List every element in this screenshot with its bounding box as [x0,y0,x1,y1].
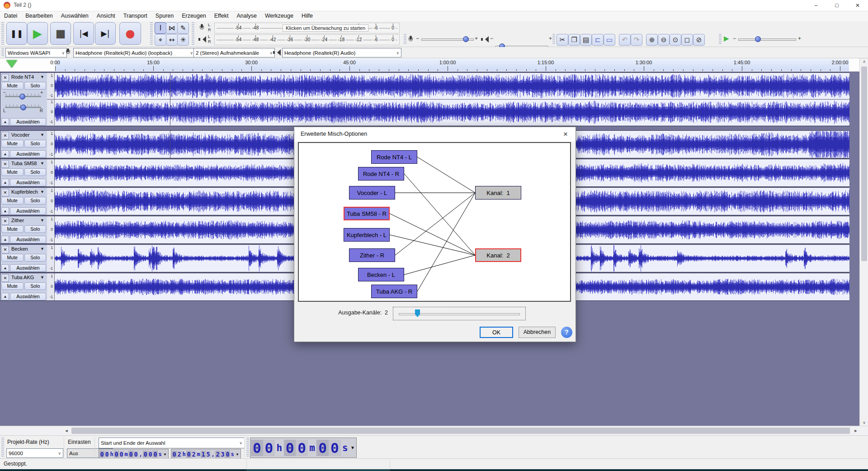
time-digit[interactable]: 0 [143,451,148,458]
scroll-left-icon[interactable]: ◄ [62,428,71,433]
scroll-down-icon[interactable]: ∨ [860,420,868,425]
vertical-ruler[interactable]: 10-1 [47,245,55,272]
playback-device-dropdown[interactable]: Headphone (Realtek(R) Audio)∨ [282,48,401,57]
select-button[interactable]: Auswählen [10,179,46,186]
menu-hilfe[interactable]: Hilfe [297,11,317,20]
zoom-toggle-button[interactable]: ⊘ [693,34,705,46]
mute-button[interactable]: Mute [1,140,24,147]
record-button[interactable]: ● [119,22,141,45]
track-close-button[interactable]: ✕ [1,217,9,225]
pause-button[interactable]: ❚❚ [6,22,27,45]
dialog-close-icon[interactable]: ✕ [558,129,573,140]
time-digit[interactable]: 0 [296,440,308,456]
meter-monitor-hint[interactable]: Klicken um Überwachung zu starten [283,24,368,32]
waveform[interactable] [55,73,849,99]
time-digit[interactable]: 5 [206,451,211,458]
time-digit[interactable]: h [275,442,284,453]
cut-button[interactable]: ✂ [557,34,568,46]
time-digit[interactable]: m [124,451,128,457]
input-box-tuba-akg-r[interactable]: Tuba AKG - R [371,285,417,298]
transport-toolbar-grip[interactable] [1,22,4,46]
time-digit[interactable]: 2 [191,451,196,458]
time-digit[interactable]: s [341,442,350,453]
time-digit[interactable]: 0 [186,451,191,458]
ok-button[interactable]: OK [480,327,513,338]
recording-meter[interactable]: L R -54-48-12-60Klicken um Überwachung z… [196,22,401,33]
clip-boundary[interactable] [170,73,170,99]
vertical-ruler[interactable]: 10-1 [47,216,55,243]
selection-tool[interactable]: I [155,22,166,34]
collapse-button[interactable]: ▲ [1,150,9,158]
recording-channels-dropdown[interactable]: 2 (Stereo) Aufnahmekanäle∨ [193,48,275,57]
menu-erzeugen[interactable]: Erzeugen [178,11,210,20]
channel-box-1[interactable]: Kanal: 1 [475,186,521,200]
track-menu-icon[interactable]: ▼ [40,217,46,225]
zoom-selection-button[interactable]: ⊙ [670,34,681,46]
audio-host-dropdown[interactable]: Windows WASAPI∨ [5,48,67,57]
input-box-vocoder-l[interactable]: Vocoder - L [349,186,395,200]
close-button[interactable]: ✕ [847,0,868,11]
mute-button[interactable]: Mute [1,254,24,262]
silence-audio-button[interactable]: ▭ [604,34,615,46]
mute-button[interactable]: Mute [1,282,24,290]
project-rate-dropdown[interactable]: 96000∨ [6,448,63,458]
cancel-button[interactable]: Abbrechen [519,327,556,338]
input-box-rode-nt4-r[interactable]: Rode NT4 - R [358,167,404,181]
time-format-menu-icon[interactable]: ▼ [235,452,240,457]
track-name[interactable]: Tuba SM58 [10,160,39,167]
time-digit[interactable]: 0 [104,451,109,458]
timeline-ruler[interactable]: 0:0015:0030:0045:001:00:001:15:001:30:00… [0,58,868,72]
channel-box-2[interactable]: Kanal: 2 [475,248,521,262]
scroll-up-icon[interactable]: ∧ [860,59,868,64]
time-digit[interactable]: 0 [284,440,296,456]
zoom-in-button[interactable]: ⊕ [646,34,658,46]
slider-thumb-icon[interactable] [415,309,420,317]
time-digit[interactable]: s [230,451,235,457]
time-digit[interactable]: 0 [251,440,263,456]
envelope-tool[interactable]: ⋈ [166,22,178,34]
track-name[interactable]: Rode NT4 [10,74,39,81]
input-box-tuba-sm58-r[interactable]: Tuba SM58 - R [344,207,390,220]
menu-werkzeuge[interactable]: Werkzeuge [261,11,297,20]
mute-button[interactable]: Mute [1,168,24,176]
time-digit[interactable]: 0 [148,451,153,458]
menu-effekt[interactable]: Effekt [210,11,233,20]
track-name[interactable]: Tuba AKG [10,274,39,281]
solo-button[interactable]: Solo [24,282,47,290]
clip-boundary[interactable] [170,131,170,158]
track-close-button[interactable]: ✕ [1,274,9,282]
trim-audio-button[interactable]: ⊏ [592,34,604,46]
selection-toolbar-grip[interactable] [1,438,4,457]
maximize-button[interactable]: ▢ [826,0,847,11]
select-button[interactable]: Auswählen [10,293,46,300]
menu-transport[interactable]: Transport [119,11,151,20]
zoom-tool[interactable]: ⌖ [155,34,166,46]
mute-button[interactable]: Mute [1,225,24,233]
time-digit[interactable]: 2 [215,451,220,458]
time-digit[interactable]: 0 [225,451,230,458]
meter-toolbar-grip[interactable] [192,22,194,46]
track-close-button[interactable]: ✕ [1,132,9,139]
clip-boundary[interactable] [170,99,170,125]
dialog-title-bar[interactable]: Erweiterte Misch-Optionen ✕ [294,127,576,142]
time-digit[interactable]: 0 [114,451,119,458]
track-name[interactable]: Vocoder [10,132,39,138]
menu-auswählen[interactable]: Auswählen [57,11,93,20]
time-digit[interactable]: 0 [329,440,341,456]
time-digit[interactable]: 2 [177,451,182,458]
vertical-ruler[interactable]: 10-1 [47,131,55,158]
track-menu-icon[interactable]: ▼ [40,274,46,282]
track-menu-icon[interactable]: ▼ [40,160,46,168]
help-button[interactable]: ? [561,327,572,338]
output-channels-slider[interactable] [393,307,526,320]
zoom-fit-button[interactable]: ◻ [681,34,693,46]
select-button[interactable]: Auswählen [10,207,46,215]
record-volume-slider[interactable] [421,35,474,43]
mute-button[interactable]: Mute [1,82,24,90]
time-digit[interactable]: 1 [201,451,206,458]
device-toolbar-grip[interactable] [1,48,4,57]
timeshift-tool[interactable]: ↔ [166,34,178,46]
play-at-speed-button[interactable]: ▶ [724,34,729,43]
collapse-button[interactable]: ▲ [1,207,9,215]
track-menu-icon[interactable]: ▼ [40,74,46,81]
